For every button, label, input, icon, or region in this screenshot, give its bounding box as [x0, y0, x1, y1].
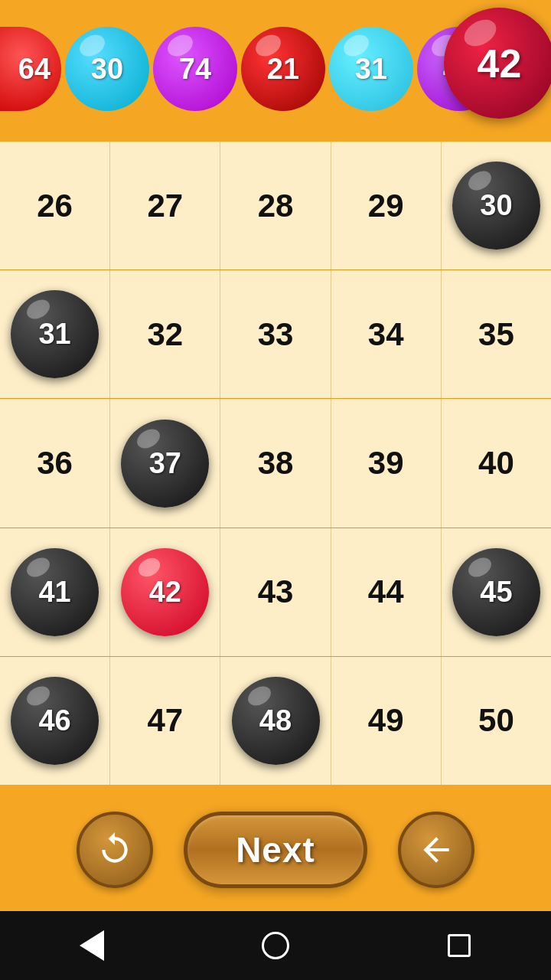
grid-row-3: 36 37 38 39 40	[0, 398, 551, 527]
black-ball: 30	[452, 162, 540, 250]
cell-50[interactable]: 50	[441, 657, 551, 785]
tray-ball-21: 21	[241, 27, 325, 111]
tray-ball-featured: 42	[444, 8, 551, 119]
nav-home-button[interactable]	[260, 930, 291, 961]
controls-bar: Next	[0, 789, 551, 911]
ball-number: 48	[259, 704, 292, 737]
restart-icon	[96, 831, 134, 869]
cell-33[interactable]: 33	[220, 270, 330, 398]
cell-39[interactable]: 39	[331, 399, 441, 527]
tray-ball-number: 64	[18, 53, 51, 86]
cell-49[interactable]: 49	[331, 657, 441, 785]
cell-number: 26	[37, 188, 73, 224]
cell-42[interactable]: 42	[109, 528, 220, 656]
back-button[interactable]	[398, 812, 474, 888]
cell-41[interactable]: 41	[0, 528, 109, 656]
cell-27[interactable]: 27	[109, 142, 220, 270]
cell-43[interactable]: 43	[220, 528, 330, 656]
ball-number: 41	[38, 576, 70, 609]
grid-row-4: 41 42 43 44 45	[0, 528, 551, 656]
ball-number: 30	[480, 189, 512, 222]
cell-35[interactable]: 35	[441, 270, 551, 398]
cell-40[interactable]: 40	[441, 399, 551, 527]
cell-number: 27	[147, 188, 183, 224]
cell-number: 29	[368, 188, 404, 224]
tray-ball-31: 31	[329, 27, 413, 111]
cell-30[interactable]: 30	[441, 142, 551, 270]
red-ball: 42	[121, 548, 209, 636]
cell-number: 50	[478, 702, 514, 739]
cell-26[interactable]: 26	[0, 142, 109, 270]
cell-36[interactable]: 36	[0, 399, 109, 527]
cell-number: 40	[478, 445, 514, 482]
ball-number: 31	[38, 318, 70, 351]
tray-ball-number: 74	[179, 53, 211, 86]
black-ball: 45	[452, 548, 540, 636]
back-triangle-icon	[80, 930, 104, 961]
tray-ball-number: 30	[91, 53, 123, 86]
ball-number: 37	[149, 447, 181, 480]
cell-34[interactable]: 34	[331, 270, 441, 398]
cell-number: 33	[258, 316, 294, 353]
grid-row-2: 31 32 33 34 35	[0, 270, 551, 398]
top-ball-tray: 64 30 74 21 31 46 42	[0, 0, 551, 138]
tray-ball-74: 74	[153, 27, 237, 111]
recents-square-icon	[448, 934, 471, 957]
cell-number: 28	[258, 188, 294, 224]
back-icon	[417, 831, 455, 869]
cell-number: 34	[368, 316, 404, 353]
black-ball: 48	[232, 677, 320, 765]
black-ball: 31	[11, 290, 99, 378]
cell-28[interactable]: 28	[220, 142, 330, 270]
cell-number: 35	[478, 316, 514, 353]
nav-recents-button[interactable]	[444, 930, 474, 961]
cell-number: 32	[147, 316, 183, 353]
ball-number: 42	[149, 576, 181, 609]
cell-32[interactable]: 32	[109, 270, 220, 398]
cell-number: 47	[147, 702, 183, 739]
grid-row-1: 26 27 28 29 30	[0, 142, 551, 270]
next-button-label: Next	[236, 829, 315, 871]
cell-37[interactable]: 37	[109, 399, 220, 527]
cell-44[interactable]: 44	[331, 528, 441, 656]
cell-29[interactable]: 29	[331, 142, 441, 270]
home-circle-icon	[262, 932, 289, 959]
cell-48[interactable]: 48	[220, 657, 330, 785]
black-ball: 37	[121, 420, 209, 508]
black-ball: 46	[11, 677, 99, 765]
cell-number: 38	[258, 445, 294, 482]
cell-38[interactable]: 38	[220, 399, 330, 527]
tray-ball-30: 30	[65, 27, 149, 111]
grid-row-5: 46 47 48 49 50	[0, 656, 551, 785]
black-ball: 41	[11, 548, 99, 636]
ball-number: 45	[480, 576, 512, 609]
cell-31[interactable]: 31	[0, 270, 109, 398]
tray-ball-number: 31	[355, 53, 387, 86]
nav-back-button[interactable]	[77, 930, 107, 961]
cell-number: 36	[37, 445, 73, 482]
tray-ball-partial: 64	[0, 27, 61, 111]
cell-46[interactable]: 46	[0, 657, 109, 785]
ball-number: 46	[38, 704, 70, 737]
restart-button[interactable]	[77, 812, 153, 888]
cell-number: 44	[368, 573, 404, 610]
tray-ball-featured-number: 42	[478, 41, 522, 87]
android-nav-bar	[0, 911, 551, 980]
tray-ball-number: 21	[267, 53, 299, 86]
cell-45[interactable]: 45	[441, 528, 551, 656]
next-button[interactable]: Next	[184, 812, 367, 888]
number-grid: 26 27 28 29 30 31 32 33 34	[0, 138, 551, 789]
cell-number: 43	[258, 573, 294, 610]
cell-47[interactable]: 47	[109, 657, 220, 785]
cell-number: 39	[368, 445, 404, 482]
cell-number: 49	[368, 702, 404, 739]
